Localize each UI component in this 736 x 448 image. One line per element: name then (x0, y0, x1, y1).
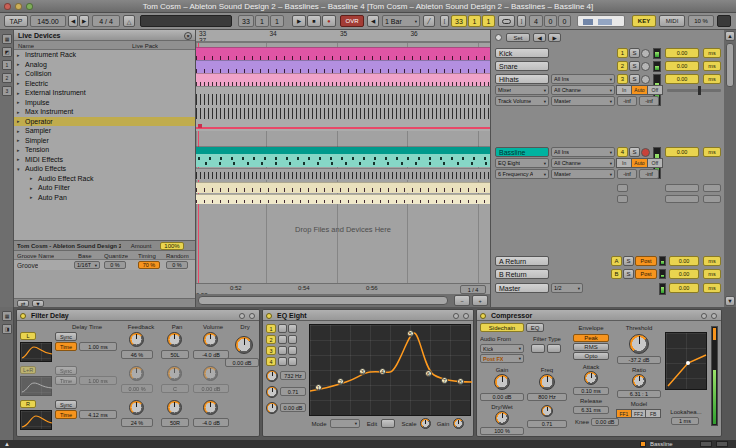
edit-button[interactable] (381, 419, 395, 428)
sync-button[interactable]: Sync (55, 366, 77, 375)
sidechain-q-value[interactable]: 0.71 (527, 420, 567, 428)
monitor-switch[interactable]: In Auto Off (617, 158, 663, 168)
time-ruler[interactable]: 0:520:540:560:58 1 / 4 (196, 283, 490, 294)
track-delay-unit[interactable]: ms (703, 48, 721, 58)
loop-length-bar[interactable]: 4 (529, 15, 543, 27)
device-on-toggle[interactable] (20, 313, 26, 319)
model-switch[interactable]: FF1 FF2 FB (617, 409, 661, 418)
band-freq-value[interactable]: 732 Hz (280, 371, 306, 380)
output-gain-knob[interactable] (453, 418, 464, 429)
eq-band-node[interactable]: 6 (425, 370, 432, 377)
monitor-auto[interactable]: Auto (631, 158, 647, 168)
browser-item[interactable]: ▸ Audio Effect Rack (14, 174, 196, 184)
device-on-toggle[interactable] (266, 313, 272, 319)
dry-knob[interactable] (235, 336, 253, 354)
time-mode-button[interactable]: Time (55, 342, 77, 351)
time-mode-button[interactable]: Time (55, 410, 77, 419)
volume-value[interactable]: 0.00 dB (193, 384, 229, 393)
track-activator[interactable]: 1 (617, 48, 628, 58)
hotswap-icon[interactable] (239, 313, 245, 319)
loop-start-bar[interactable]: 33 (451, 15, 467, 27)
filter-type-icon[interactable] (288, 324, 297, 333)
time-mode-button[interactable]: Time (55, 376, 77, 385)
browser-item[interactable]: ▸ Impulse (14, 98, 196, 108)
groove-amount-field[interactable]: 100% (160, 242, 184, 250)
output-chooser[interactable]: Master▾ (551, 96, 615, 106)
browser-item[interactable]: ▸ Max Instrument (14, 107, 196, 117)
drywet-value[interactable]: 100 % (480, 427, 524, 435)
loop-switch[interactable] (498, 15, 515, 27)
record-button[interactable]: ● (322, 15, 336, 27)
scroll-down-button[interactable]: ▼ (725, 296, 735, 306)
device-view-icon[interactable]: ▦ (2, 311, 12, 321)
expand-arrow-icon[interactable]: ▾ (17, 166, 25, 172)
track-delay-field[interactable]: 0.00 (665, 48, 699, 58)
sidechain-eq-toggle[interactable]: EQ (526, 323, 544, 332)
expand-arrow-icon[interactable]: ▸ (30, 194, 38, 200)
feedback-knob[interactable] (129, 400, 144, 415)
hotswap-icon[interactable] (453, 313, 459, 319)
groove-timing-field[interactable]: 70 % (138, 261, 160, 269)
band-button[interactable]: 2 (266, 335, 276, 344)
groove-random-field[interactable]: 0 % (166, 261, 188, 269)
output-chooser[interactable]: Master▾ (551, 169, 615, 179)
volume-knob[interactable] (203, 400, 218, 415)
save-preset-icon[interactable] (711, 313, 717, 319)
browser-item[interactable]: ▸ Instrument Rack (14, 50, 196, 60)
filter-display[interactable] (20, 342, 52, 362)
loop-start-beat[interactable]: 1 (468, 15, 481, 27)
pan-knob[interactable] (167, 332, 182, 347)
send-a-field[interactable]: -inf (617, 96, 637, 106)
sidechain-gain-value[interactable]: 0.00 dB (480, 393, 524, 401)
mode-chooser[interactable]: ▾ (330, 419, 360, 428)
tempo-field[interactable]: 145.00 (30, 15, 66, 27)
filter-type-icon[interactable] (278, 324, 287, 333)
filter-type-icon[interactable] (278, 357, 287, 366)
monitor-off[interactable]: Off (647, 158, 663, 168)
track-activator[interactable]: B (611, 269, 622, 279)
monitor-switch[interactable]: In Auto Off (617, 85, 663, 95)
band-button[interactable]: 4 (266, 357, 276, 366)
feedback-value[interactable]: 0.00 % (121, 384, 153, 393)
track-delay-field[interactable]: 0.00 (669, 283, 699, 293)
monitor-auto[interactable]: Auto (631, 85, 647, 95)
lane-value-field[interactable] (665, 184, 699, 192)
groove-row[interactable]: Groove 1/16T▾ 0 % 70 % 0 % (14, 260, 196, 270)
band-freq-knob[interactable] (266, 370, 278, 382)
device-chooser[interactable]: EQ Eight▾ (495, 158, 549, 168)
browser-item[interactable]: ▸ External Instrument (14, 88, 196, 98)
track-activator[interactable]: 4 (617, 147, 628, 157)
arm-button[interactable] (641, 62, 650, 71)
expand-arrow-icon[interactable]: ▸ (17, 80, 25, 86)
feedback-value[interactable]: 24 % (121, 418, 153, 427)
name-column-header[interactable]: Name (18, 41, 34, 50)
pan-knob[interactable] (167, 400, 182, 415)
tap-tempo-button[interactable]: TAP (4, 15, 28, 27)
zoom-in-button[interactable]: + (472, 295, 488, 306)
feedback-knob[interactable] (129, 332, 144, 347)
solo-button[interactable]: S (629, 74, 640, 84)
expand-arrow-icon[interactable]: ▸ (17, 128, 25, 134)
browser-item[interactable]: ▸ Simpler (14, 136, 196, 146)
arrangement-position-sixteenth[interactable]: 1 (270, 15, 284, 27)
sidechain-tap-chooser[interactable]: Post FX▾ (480, 354, 524, 363)
set-locator-button[interactable]: Set (506, 33, 530, 42)
track-name[interactable]: Kick (495, 48, 549, 58)
release-value[interactable]: 6.31 ms (573, 406, 609, 414)
volume-knob[interactable] (203, 366, 218, 381)
eq-response-display[interactable]: 1 2 3 4 5 6 7 8 (309, 324, 471, 416)
delay-time-field[interactable]: 1.00 ms (79, 376, 117, 385)
lane-unit-field[interactable] (703, 195, 721, 203)
send-a-field[interactable]: -inf (617, 169, 637, 179)
live-pack-column-header[interactable]: Live Pack (132, 41, 158, 50)
scale-knob[interactable] (420, 418, 431, 429)
attack-knob[interactable] (584, 371, 598, 385)
back-to-arrangement-button[interactable]: ◀ (367, 15, 379, 27)
track-delay-unit[interactable]: ms (703, 61, 721, 71)
track-row-hihats[interactable]: Hihats All Ins▾ 3 S 0.00 ms Mixer▾ All C… (491, 73, 724, 118)
eq-band-node[interactable]: 7 (441, 377, 448, 384)
track-row-a-return[interactable]: A Return A S Post 0.00 ms (491, 255, 724, 267)
expand-arrow-icon[interactable]: ▸ (17, 61, 25, 67)
input-type-chooser[interactable]: All Ins▾ (551, 74, 615, 84)
volume-value[interactable]: -4.0 dB (193, 350, 229, 359)
